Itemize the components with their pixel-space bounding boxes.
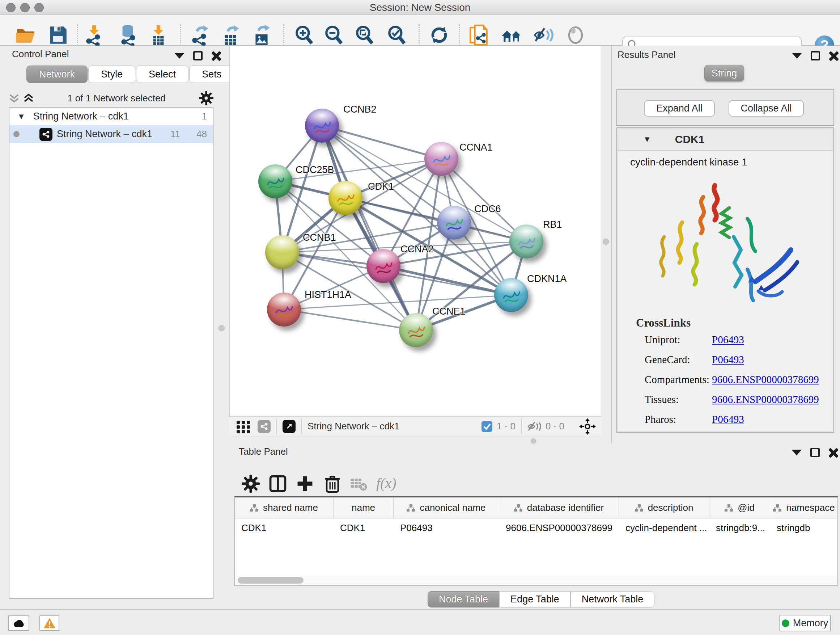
tab-network-table[interactable]: Network Table xyxy=(570,591,655,608)
share-document-button[interactable] xyxy=(469,25,490,46)
collapse-all-icon[interactable] xyxy=(9,92,19,104)
add-column-icon[interactable] xyxy=(296,475,314,493)
column-header-name[interactable]: name xyxy=(333,497,393,518)
table-cell[interactable]: CDK1 xyxy=(235,518,333,537)
panel-menu-icon[interactable] xyxy=(791,450,802,455)
zoom-in-button[interactable] xyxy=(294,25,315,46)
expand-all-button[interactable]: Expand All xyxy=(644,100,715,117)
network-share-icon[interactable] xyxy=(257,420,271,433)
bottom-splitter-handle[interactable] xyxy=(531,439,536,444)
show-all-eye-icon[interactable] xyxy=(565,25,586,46)
memory-button[interactable]: Memory xyxy=(779,615,831,631)
import-table-button[interactable] xyxy=(148,25,169,46)
left-splitter-handle[interactable] xyxy=(218,325,225,331)
panel-close-icon[interactable] xyxy=(829,51,839,61)
node-table[interactable]: shared namenamecanonical namedatabase id… xyxy=(234,496,838,586)
network-view-toolbar: String Network – cdk1 1 - 0 0 - 0 xyxy=(229,416,601,436)
panel-float-icon[interactable] xyxy=(193,51,202,60)
table-horizontal-scrollbar[interactable] xyxy=(235,576,837,585)
export-network-button[interactable] xyxy=(189,25,210,46)
open-session-button[interactable] xyxy=(15,25,36,46)
crosslink-link[interactable]: P06493 xyxy=(712,354,744,366)
network-node-ccnb1[interactable] xyxy=(265,235,299,269)
right-splitter-handle[interactable] xyxy=(603,239,609,245)
network-node-ccna2[interactable] xyxy=(366,249,401,283)
network-node-hist1h1a[interactable] xyxy=(267,293,301,326)
tab-network[interactable]: Network xyxy=(27,65,88,83)
panel-close-icon[interactable] xyxy=(829,448,838,458)
column-header-namespace[interactable]: namespace xyxy=(770,497,838,518)
zoom-selected-button[interactable] xyxy=(386,25,407,46)
zoom-out-button[interactable] xyxy=(324,25,344,46)
network-node-cdkn1a[interactable] xyxy=(494,278,528,312)
tab-style[interactable]: Style xyxy=(88,65,135,83)
network-edge[interactable] xyxy=(284,310,416,330)
table-cell[interactable]: stringdb:9... xyxy=(709,518,770,537)
toolbar-separator xyxy=(77,24,78,46)
crosslink-link[interactable]: P06493 xyxy=(712,413,744,425)
table-cell[interactable]: stringdb xyxy=(770,518,838,537)
gear-icon[interactable] xyxy=(199,91,213,105)
collection-expand-icon[interactable]: ▼ xyxy=(17,112,25,121)
network-node-ccna1[interactable] xyxy=(424,142,458,176)
network-node-ccnb2[interactable] xyxy=(305,109,339,143)
tab-node-table[interactable]: Node Table xyxy=(428,591,499,608)
table-panel: Table Panel f(x) shared namenamecanonica… xyxy=(225,443,840,609)
import-network-button[interactable] xyxy=(84,25,104,46)
collapse-all-button[interactable]: Collapse All xyxy=(729,100,804,117)
tab-select[interactable]: Select xyxy=(136,65,188,83)
panel-menu-icon[interactable] xyxy=(792,53,802,59)
network-node-cdc6[interactable] xyxy=(437,206,471,240)
export-table-button[interactable] xyxy=(220,25,241,46)
table-cell[interactable]: CDK1 xyxy=(333,518,393,537)
home-button[interactable] xyxy=(501,25,522,46)
column-header-canonical-name[interactable]: canonical name xyxy=(393,497,499,518)
tab-sets[interactable]: Sets xyxy=(189,65,234,83)
save-session-button[interactable] xyxy=(47,25,68,46)
table-cell[interactable]: P06493 xyxy=(393,518,499,537)
column-header-shared-name[interactable]: shared name xyxy=(235,497,333,518)
scrollbar-thumb[interactable] xyxy=(238,577,303,584)
table-cell[interactable]: 9606.ENSP00000378699 xyxy=(499,518,619,537)
panel-float-icon[interactable] xyxy=(811,51,820,60)
protein-header-row[interactable]: ▼ CDK1 xyxy=(618,129,833,150)
selected-checkbox-icon[interactable] xyxy=(481,420,493,432)
column-header-@id[interactable]: @id xyxy=(709,497,770,518)
table-cell[interactable]: cyclin-dependent ... xyxy=(619,518,709,537)
refresh-button[interactable] xyxy=(429,25,450,46)
warning-status-button[interactable] xyxy=(39,616,59,631)
network-node-cdk1[interactable] xyxy=(328,181,363,215)
delete-column-icon[interactable] xyxy=(324,475,341,493)
network-canvas[interactable]: CCNB2CCNA1CDC25BCDK1CDC6RB1CCNB1CCNA2CDK… xyxy=(229,46,601,416)
protein-expand-icon[interactable]: ▼ xyxy=(643,135,651,144)
birdseye-view-icon[interactable] xyxy=(579,418,596,435)
show-columns-icon[interactable] xyxy=(269,475,287,493)
cloud-status-button[interactable] xyxy=(8,616,29,631)
network-node-cdc25b[interactable] xyxy=(258,165,292,198)
hide-selected-eye-icon[interactable] xyxy=(533,25,554,46)
window-title: Session: New Session xyxy=(0,2,840,13)
panel-close-icon[interactable] xyxy=(211,51,221,61)
zoom-fit-button[interactable] xyxy=(354,25,375,46)
grid-view-icon[interactable] xyxy=(236,418,252,434)
crosslink-link[interactable]: 9606.ENSP00000378699 xyxy=(712,374,819,386)
crosslink-link[interactable]: 9606.ENSP00000378699 xyxy=(712,394,819,405)
column-header-description[interactable]: description xyxy=(619,497,709,518)
table-row[interactable]: CDK1CDK1P064939606.ENSP00000378699cyclin… xyxy=(235,518,837,537)
tab-edge-table[interactable]: Edge Table xyxy=(499,591,570,608)
open-in-new-window-icon[interactable] xyxy=(283,420,295,433)
network-row[interactable]: String Network – cdk1 11 48 xyxy=(9,125,213,143)
column-header-database-identifier[interactable]: database identifier xyxy=(499,497,619,518)
crosslink-link[interactable]: P06493 xyxy=(712,334,744,346)
panel-float-icon[interactable] xyxy=(810,448,820,457)
network-node-ccne1[interactable] xyxy=(399,313,433,347)
panel-menu-icon[interactable] xyxy=(174,53,185,59)
import-database-button[interactable] xyxy=(117,25,138,46)
network-edge-count: 48 xyxy=(196,128,207,140)
network-collection-row[interactable]: ▼ String Network – cdk1 1 xyxy=(9,108,213,125)
expand-all-icon[interactable] xyxy=(23,92,34,104)
network-node-rb1[interactable] xyxy=(509,225,543,258)
table-gear-icon[interactable] xyxy=(242,475,260,493)
export-image-button[interactable] xyxy=(251,25,272,46)
tab-string[interactable]: String xyxy=(704,65,744,81)
